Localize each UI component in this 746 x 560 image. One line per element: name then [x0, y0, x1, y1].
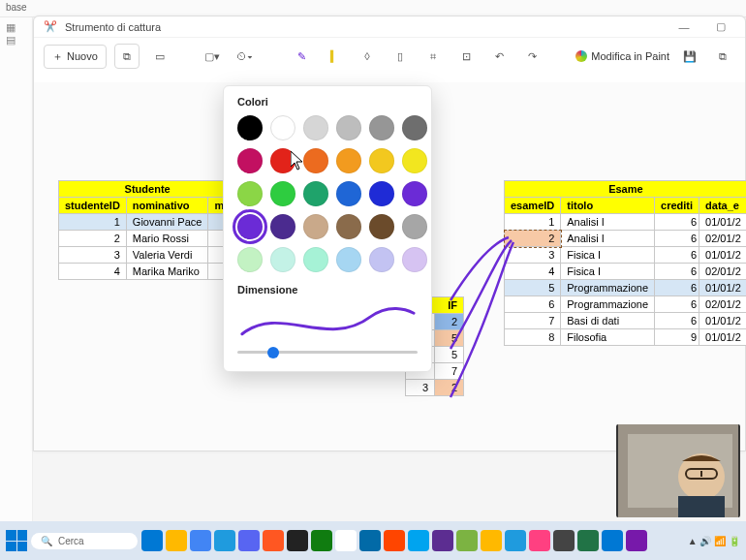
color-swatch[interactable]	[303, 115, 328, 140]
new-button[interactable]: ＋ Nuovo	[44, 45, 107, 69]
table-row[interactable]: 3Valeria Verdi1	[59, 247, 236, 264]
size-slider[interactable]	[237, 351, 418, 354]
shape-mode-button[interactable]: ▢▾	[200, 44, 225, 69]
color-swatch[interactable]	[369, 214, 394, 239]
taskbar-app-icon[interactable]	[626, 530, 647, 551]
system-tray[interactable]: ▲ 🔊 📶 🔋	[688, 536, 740, 546]
color-swatch[interactable]	[237, 115, 263, 140]
color-swatch[interactable]	[336, 115, 361, 140]
app-icon: ✂️	[44, 20, 57, 33]
color-swatch[interactable]	[402, 181, 427, 206]
table-row[interactable]: 4Fisica I602/01/2	[505, 264, 747, 280]
color-swatch[interactable]	[369, 181, 394, 206]
color-swatch[interactable]	[303, 148, 328, 173]
titlebar: ✂️ Strumento di cattura — ▢	[34, 16, 745, 37]
taskbar-app-icon[interactable]	[214, 530, 235, 551]
taskbar-app-icon[interactable]	[190, 530, 211, 551]
color-swatch[interactable]	[270, 181, 295, 206]
color-swatch[interactable]	[369, 247, 394, 272]
color-swatch[interactable]	[270, 115, 295, 140]
window-title: Strumento di cattura	[65, 21, 161, 33]
color-swatch[interactable]	[369, 115, 394, 140]
color-swatch[interactable]	[237, 247, 263, 272]
start-button[interactable]	[6, 530, 27, 551]
taskbar-app-icon[interactable]	[408, 530, 429, 551]
table-row[interactable]: 2Analisi I602/01/2	[505, 231, 747, 247]
table-row[interactable]: 4Marika Mariko1	[59, 264, 236, 280]
pen-tool-button[interactable]: ✎	[289, 44, 314, 69]
pen-color-popup: Colori Dimensione	[223, 85, 432, 372]
color-swatch[interactable]	[402, 148, 427, 173]
table-row[interactable]: 2Mario Rossi1	[59, 231, 236, 247]
taskbar-app-icon[interactable]	[238, 530, 260, 551]
minimize-button[interactable]: —	[669, 21, 699, 33]
color-swatch[interactable]	[303, 181, 328, 206]
col-studenteid: studenteID	[59, 198, 127, 214]
webcam-person-icon	[618, 424, 738, 517]
webcam-overlay	[616, 424, 740, 517]
copy-button[interactable]: ⧉	[710, 44, 735, 69]
taskbar-app-icon[interactable]	[553, 530, 575, 551]
studente-table: Studente studenteID nominativo ma 1Giova…	[58, 180, 236, 280]
video-mode-button[interactable]: ▭	[147, 44, 172, 69]
text-extract-button[interactable]: ⊡	[453, 44, 479, 69]
taskbar-app-icon[interactable]	[359, 530, 381, 551]
table-row[interactable]: 1Giovanni Pace1	[59, 214, 236, 231]
camera-mode-button[interactable]: ⧉	[114, 44, 140, 69]
save-button[interactable]: 💾	[677, 44, 702, 69]
highlighter-tool-button[interactable]: ▍	[322, 44, 347, 69]
redo-button[interactable]: ↷	[519, 44, 544, 69]
taskbar-app-icon[interactable]	[287, 530, 308, 551]
taskbar-app-icon[interactable]	[456, 530, 478, 551]
taskbar-app-icon[interactable]	[481, 530, 502, 551]
taskbar-app-icon[interactable]	[577, 530, 599, 551]
color-swatch[interactable]	[402, 214, 427, 239]
color-swatch[interactable]	[270, 247, 295, 272]
taskbar-app-icon[interactable]	[335, 530, 357, 551]
delay-button[interactable]: ⏲▾	[233, 44, 258, 69]
svg-rect-5	[678, 496, 725, 517]
taskbar-search[interactable]: 🔍 Cerca	[31, 533, 138, 549]
taskbar-app-icon[interactable]	[384, 530, 405, 551]
table-row[interactable]: 6Programmazione602/01/2	[505, 296, 747, 313]
color-swatch[interactable]	[237, 214, 263, 239]
color-swatch[interactable]	[336, 181, 361, 206]
color-swatch[interactable]	[237, 181, 263, 206]
color-swatch[interactable]	[336, 247, 361, 272]
table-row[interactable]: 1Analisi I601/01/2	[505, 214, 747, 231]
taskbar-app-icon[interactable]	[141, 530, 163, 551]
taskbar-app-icon[interactable]	[529, 530, 550, 551]
table-row[interactable]: 5Programmazione601/01/2	[505, 280, 747, 296]
taskbar-app-icon[interactable]	[263, 530, 284, 551]
maximize-button[interactable]: ▢	[706, 20, 735, 33]
col-crediti: crediti	[655, 198, 699, 214]
color-swatch[interactable]	[402, 247, 427, 272]
undo-button[interactable]: ↶	[486, 44, 512, 69]
edit-in-paint-button[interactable]: Modifica in Paint	[575, 50, 669, 62]
taskbar-app-icon[interactable]	[432, 530, 453, 551]
toolbar: ＋ Nuovo ⧉ ▭ ▢▾ ⏲▾ ✎ ▍ ◊ ▯ ⌗ ⊡ ↶ ↷ Modifi…	[34, 37, 745, 75]
table-row[interactable]: 3Fisica I601/01/2	[505, 247, 747, 264]
color-swatch[interactable]	[402, 115, 427, 140]
color-swatch[interactable]	[270, 214, 295, 239]
table-row[interactable]: 7Basi di dati601/01/2	[505, 313, 747, 329]
mouse-cursor-icon	[291, 151, 306, 174]
color-swatch[interactable]	[336, 214, 361, 239]
color-swatch[interactable]	[303, 247, 328, 272]
crop-tool-button[interactable]: ⌗	[420, 44, 446, 69]
taskbar-app-icon[interactable]	[166, 530, 187, 551]
taskbar-app-icon[interactable]	[311, 530, 332, 551]
taskbar-app-icon[interactable]	[602, 530, 623, 551]
color-swatch[interactable]	[369, 148, 394, 173]
ruler-tool-button[interactable]: ▯	[388, 44, 413, 69]
eraser-tool-button[interactable]: ◊	[355, 44, 380, 69]
color-swatch[interactable]	[303, 214, 328, 239]
table-row[interactable]: 8Filosofia901/01/2	[505, 329, 747, 346]
col-data: data_e	[699, 198, 746, 214]
studente-title: Studente	[59, 181, 236, 198]
col-nominativo: nominativo	[126, 198, 208, 214]
color-swatch[interactable]	[237, 148, 263, 173]
color-swatch[interactable]	[336, 148, 361, 173]
table-row[interactable]: 32	[406, 380, 464, 396]
taskbar-app-icon[interactable]	[505, 530, 526, 551]
